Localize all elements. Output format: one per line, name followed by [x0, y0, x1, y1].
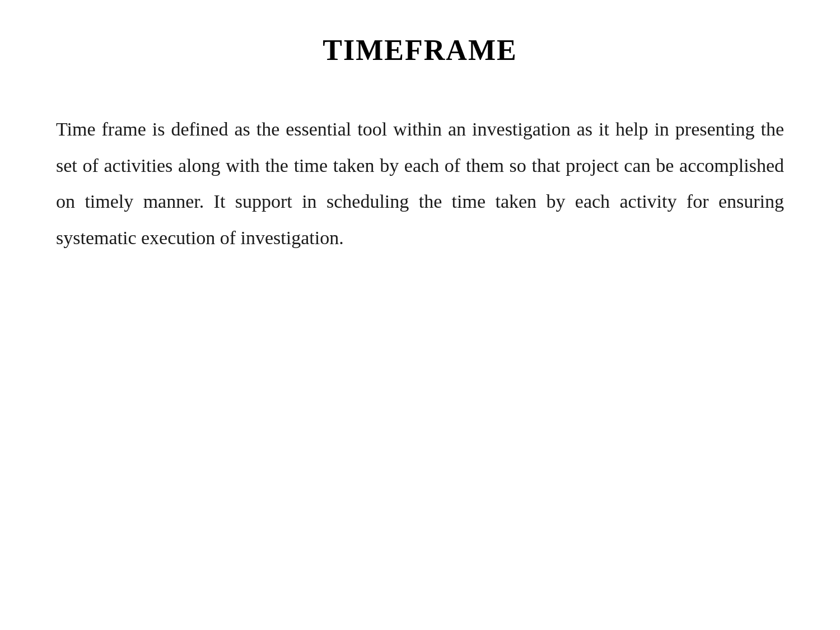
page-title: TIMEFRAME — [323, 34, 517, 67]
content-area: Time frame is defined as the essential t… — [56, 111, 784, 256]
main-paragraph: Time frame is defined as the essential t… — [56, 111, 784, 256]
